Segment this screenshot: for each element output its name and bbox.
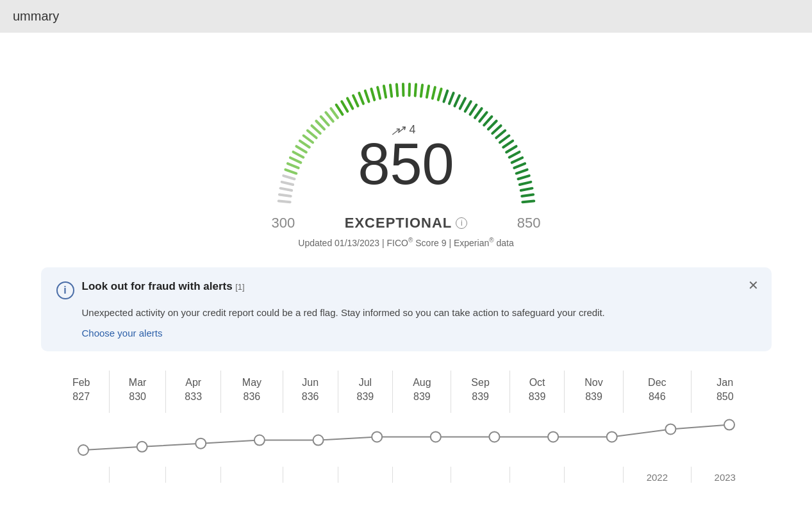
svg-point-67: [430, 432, 440, 442]
svg-line-34: [432, 87, 435, 99]
svg-point-68: [489, 432, 499, 442]
chart-month-header: Mar: [109, 371, 165, 391]
chart-score-cell: 830: [109, 391, 165, 413]
svg-point-66: [372, 432, 382, 442]
chart-month-header: Sep: [451, 371, 510, 391]
svg-line-14: [316, 121, 324, 130]
svg-line-2: [280, 188, 292, 190]
svg-line-47: [496, 131, 505, 138]
svg-line-42: [475, 108, 482, 118]
chart-score-cell: 836: [221, 391, 283, 413]
alert-choose-link[interactable]: Choose your alerts: [82, 328, 756, 338]
chart-year-cell: 2022: [623, 467, 691, 483]
chart-month-header: Jan: [692, 371, 759, 391]
svg-line-15: [320, 117, 328, 125]
svg-line-41: [470, 105, 476, 115]
svg-line-21: [353, 96, 358, 106]
svg-line-54: [516, 170, 527, 174]
svg-line-23: [365, 91, 369, 102]
svg-line-20: [347, 98, 352, 108]
svg-line-49: [503, 141, 513, 147]
svg-line-19: [342, 101, 347, 112]
alert-close-button[interactable]: ✕: [748, 278, 759, 293]
chart-score-cell: 836: [283, 391, 338, 413]
chart-year-cell: [338, 467, 393, 483]
chart-score-cell: 827: [54, 391, 110, 413]
summary-header: ummary: [0, 0, 812, 33]
score-info-icon[interactable]: i: [456, 217, 467, 229]
chart-month-header: Jul: [338, 371, 393, 391]
svg-line-24: [371, 89, 374, 100]
chart-year-cell: [54, 467, 110, 483]
svg-line-25: [377, 87, 380, 99]
score-display: 850: [358, 135, 454, 193]
chart-month-header: Apr: [166, 371, 221, 391]
alert-footnote: [1]: [235, 282, 244, 292]
alert-body: Unexpected activity on your credit repor…: [82, 306, 756, 321]
svg-point-63: [195, 439, 206, 449]
svg-line-9: [296, 146, 306, 152]
svg-line-52: [511, 158, 522, 163]
chart-year-cell: [109, 467, 165, 483]
svg-line-12: [307, 131, 316, 138]
chart-year-cell: 2023: [692, 467, 759, 483]
score-section: .tick-low { stroke: #ccc; } .tick-mid { …: [0, 33, 812, 255]
svg-point-69: [548, 432, 558, 442]
svg-line-55: [518, 176, 529, 179]
chart-line-cell: [54, 413, 759, 467]
svg-line-31: [415, 85, 415, 96]
chart-section: FebMarAprMayJunJulAugSepOctNovDecJan8278…: [0, 364, 812, 496]
svg-line-36: [443, 91, 447, 102]
svg-line-56: [519, 182, 530, 185]
svg-line-11: [303, 135, 312, 142]
svg-line-51: [509, 152, 519, 157]
alert-header: i Look out for fraud with alerts [1]: [56, 280, 756, 299]
chart-month-header: Oct: [510, 371, 565, 391]
chart-year-cell: [565, 467, 623, 483]
svg-line-33: [426, 86, 428, 97]
svg-line-16: [326, 112, 333, 121]
chart-month-header: Dec: [623, 371, 691, 391]
chart-score-cell: 839: [451, 391, 510, 413]
svg-point-64: [254, 435, 264, 446]
chart-year-cell: [283, 467, 338, 483]
svg-line-46: [492, 126, 501, 133]
chart-wrapper: FebMarAprMayJunJulAugSepOctNovDecJan8278…: [54, 371, 759, 483]
svg-line-7: [290, 158, 300, 163]
chart-year-cell: [393, 467, 451, 483]
svg-line-38: [454, 96, 459, 106]
svg-line-50: [506, 146, 516, 152]
score-range-low: 300: [253, 215, 345, 231]
summary-title: ummary: [13, 9, 59, 23]
chart-score-cell: 846: [623, 391, 691, 413]
chart-score-cell: 839: [510, 391, 565, 413]
svg-line-3: [281, 182, 292, 185]
svg-line-1: [279, 195, 290, 196]
gauge-container: .tick-low { stroke: #ccc; } .tick-mid { …: [253, 46, 560, 212]
svg-line-48: [499, 135, 508, 142]
chart-year-cell: [166, 467, 221, 483]
svg-line-8: [293, 152, 303, 157]
score-range-row: 300 EXCEPTIONAL i 850: [253, 215, 560, 231]
svg-line-27: [390, 85, 391, 97]
chart-score-cell: 839: [393, 391, 451, 413]
svg-line-43: [479, 112, 486, 121]
svg-line-39: [460, 98, 465, 108]
svg-point-65: [313, 435, 323, 446]
svg-line-4: [283, 176, 294, 179]
svg-line-22: [359, 93, 363, 104]
alert-box: i Look out for fraud with alerts [1] ✕ U…: [41, 267, 772, 352]
score-updated: Updated 01/13/2023 | FICO® Score 9 | Exp…: [298, 237, 513, 248]
chart-score-cell: 839: [338, 391, 393, 413]
chart-table: FebMarAprMayJunJulAugSepOctNovDecJan8278…: [54, 371, 759, 483]
svg-line-18: [336, 105, 342, 115]
alert-title: Look out for fraud with alerts: [82, 280, 233, 292]
svg-line-13: [311, 126, 320, 133]
svg-line-17: [331, 108, 338, 118]
svg-point-61: [78, 445, 88, 455]
svg-line-44: [484, 117, 492, 125]
score-label: EXCEPTIONAL: [345, 215, 452, 231]
svg-line-37: [449, 93, 454, 104]
score-label-container: EXCEPTIONAL i: [345, 215, 467, 231]
chart-year-cell: [510, 467, 565, 483]
